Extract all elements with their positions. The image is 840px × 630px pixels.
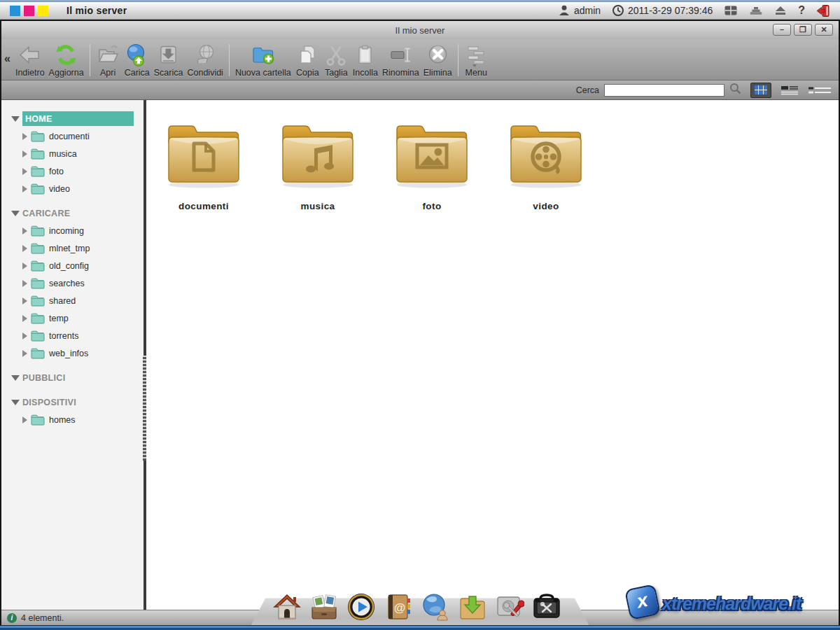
window-grid-icon[interactable] — [724, 4, 738, 17]
search-label: Cerca — [576, 85, 599, 95]
upload-button[interactable]: Carica — [122, 43, 152, 78]
user-menu[interactable]: admin — [558, 4, 601, 17]
collapsed-arrow-icon[interactable] — [22, 227, 27, 234]
dock-downloads-icon[interactable] — [458, 592, 487, 622]
watermark-text: xtremehardware.it — [662, 594, 801, 614]
share-globe-icon — [193, 43, 218, 67]
sidebar-item-home[interactable]: HOME — [1, 110, 144, 127]
sidebar-item-temp[interactable]: temp — [1, 309, 144, 327]
view-details-button[interactable] — [808, 85, 832, 95]
toolbar: « Indietro Aggiorna — [1, 39, 839, 80]
folder-icon — [31, 260, 45, 272]
sidebar-item-foto[interactable]: foto — [1, 162, 144, 180]
sidebar-item-web-infos[interactable]: web_infos — [1, 344, 144, 362]
collapsed-arrow-icon[interactable] — [22, 416, 27, 424]
dock-contacts-icon[interactable]: @ — [384, 592, 413, 622]
dock-home-icon[interactable] — [272, 592, 302, 622]
collapsed-arrow-icon[interactable] — [22, 315, 27, 322]
back-button[interactable]: Indietro — [13, 43, 47, 78]
expand-arrow-icon[interactable] — [11, 400, 20, 405]
sidebar-item-dispositivi[interactable]: DISPOSITIVI — [1, 393, 144, 411]
search-input[interactable] — [604, 84, 724, 97]
folder-foto[interactable]: foto — [390, 118, 474, 211]
toolbar-collapse-chevron[interactable]: « — [3, 52, 13, 65]
sidebar-item-musica[interactable]: musica — [1, 145, 144, 162]
file-manager-window: Il mio server – ❐ ✕ « Indietro — [0, 20, 840, 625]
folder-musica[interactable]: musica — [276, 118, 360, 211]
dock-disk-utility-icon[interactable] — [495, 592, 524, 622]
refresh-button[interactable]: Aggiorna — [47, 43, 86, 78]
collapsed-arrow-icon[interactable] — [22, 245, 27, 252]
sidebar-item-homes[interactable]: homes — [1, 411, 144, 428]
view-grid-button[interactable] — [750, 83, 771, 98]
delete-button[interactable]: Elimina — [421, 43, 454, 78]
open-button[interactable]: Apri — [94, 43, 122, 78]
sidebar-tree: HOME documenti musica — [1, 100, 144, 610]
sidebar-item-documenti[interactable]: documenti — [1, 127, 144, 145]
collapsed-arrow-icon[interactable] — [22, 150, 27, 158]
collapsed-arrow-icon[interactable] — [22, 280, 27, 287]
sidebar-item-shared[interactable]: shared — [1, 292, 144, 309]
cut-button[interactable]: Taglia — [322, 43, 351, 78]
cut-scissors-icon — [324, 43, 349, 67]
paste-button[interactable]: Incolla — [351, 43, 380, 78]
folder-icon — [31, 166, 45, 177]
folder-icon — [31, 295, 45, 307]
share-button[interactable]: Condividi — [185, 43, 225, 78]
grid-view-icon — [755, 85, 767, 94]
window-titlebar[interactable]: Il mio server – ❐ ✕ — [1, 21, 839, 39]
apps-podium-icon[interactable] — [749, 4, 763, 17]
restore-button[interactable]: ❐ — [794, 24, 812, 36]
collapsed-arrow-icon[interactable] — [22, 350, 27, 357]
sidebar-item-mlnet-tmp[interactable]: mlnet_tmp — [1, 239, 144, 257]
copy-button[interactable]: Copia — [293, 43, 322, 78]
collapsed-arrow-icon[interactable] — [22, 186, 27, 192]
menu-button[interactable]: Menu — [462, 43, 491, 78]
sidebar-item-video[interactable]: video — [1, 180, 144, 197]
brand-logo — [10, 6, 48, 16]
dock-photos-icon[interactable] — [309, 592, 339, 622]
sidebar-item-searches[interactable]: searches — [1, 274, 144, 292]
minimize-button[interactable]: – — [773, 24, 791, 36]
expand-arrow-icon[interactable] — [11, 116, 20, 122]
sidebar-item-torrents[interactable]: torrents — [1, 327, 144, 344]
expand-arrow-icon[interactable] — [11, 375, 20, 381]
expand-arrow-icon[interactable] — [11, 211, 20, 216]
new-folder-button[interactable]: Nuova cartella — [233, 43, 293, 78]
sidebar-item-incoming[interactable]: incoming — [1, 222, 144, 239]
eject-icon[interactable] — [774, 4, 787, 17]
collapsed-arrow-icon[interactable] — [22, 262, 27, 270]
folder-video[interactable]: video — [504, 118, 588, 211]
watermark: x xtremehardware.it — [623, 587, 839, 624]
folder-icon — [31, 243, 45, 254]
dock-media-player-icon[interactable] — [346, 592, 376, 622]
collapsed-arrow-icon[interactable] — [22, 332, 27, 340]
dock-network-icon[interactable] — [421, 592, 450, 622]
help-icon[interactable]: ? — [798, 4, 805, 17]
download-drive-icon — [156, 43, 181, 67]
magnifier-icon[interactable] — [729, 83, 741, 97]
toolbar-separator — [90, 44, 90, 76]
rename-button[interactable]: Rinomina — [380, 43, 421, 78]
sidebar-item-old-config[interactable]: old_config — [1, 257, 144, 274]
dock-toolkit-icon[interactable] — [532, 592, 561, 622]
collapsed-arrow-icon[interactable] — [22, 133, 27, 140]
sidebar-item-caricare[interactable]: CARICARE — [1, 204, 144, 222]
folder-film-icon — [504, 118, 588, 191]
logout-icon[interactable] — [816, 4, 830, 18]
delete-icon — [426, 43, 450, 67]
collapsed-arrow-icon[interactable] — [22, 168, 27, 175]
search-row: Cerca — [1, 80, 839, 100]
open-folder-icon — [96, 43, 120, 67]
view-list-button[interactable] — [780, 85, 799, 96]
sidebar-item-pubblici[interactable]: PUBBLICI — [1, 369, 144, 386]
close-button[interactable]: ✕ — [815, 24, 833, 36]
folder-document-icon — [162, 118, 246, 191]
folder-icon — [31, 225, 45, 237]
refresh-icon — [54, 43, 78, 67]
folder-documenti[interactable]: documenti — [162, 118, 246, 211]
user-name: admin — [574, 5, 601, 16]
download-button[interactable]: Scarica — [152, 43, 186, 78]
sidebar-section-pubblici: PUBBLICI — [1, 369, 144, 386]
collapsed-arrow-icon[interactable] — [22, 298, 27, 304]
